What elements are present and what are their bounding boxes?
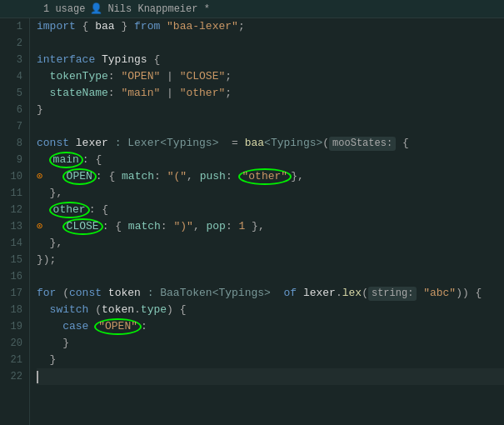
ln-2: 2 (7, 35, 22, 52)
ln-8: 8 (7, 135, 22, 152)
line-22 (37, 368, 504, 385)
line-12: other : { (37, 202, 504, 218)
ln-7: 7 (7, 118, 22, 135)
line-11: }, (37, 185, 504, 202)
param-label-string: string: (368, 287, 417, 301)
code-area[interactable]: 1 2 3 4 5 6 7 8 9 10 11 12 13 14 15 16 1… (0, 18, 504, 425)
line-19: case "OPEN" : (37, 318, 504, 335)
ln-10: 10 (7, 168, 22, 185)
line-numbers: 1 2 3 4 5 6 7 8 9 10 11 12 13 14 15 16 1… (0, 18, 30, 425)
text-cursor (37, 371, 38, 383)
ln-17: 17 (7, 285, 22, 302)
code-content[interactable]: import { baa } from "baa-lexer" ; interf… (30, 18, 504, 425)
line-5: stateName : "main" | "other" ; (37, 85, 504, 102)
ln-11: 11 (7, 185, 22, 202)
ln-22: 22 (7, 368, 22, 385)
ln-12: 12 (7, 202, 22, 218)
usage-user: Nils Knappmeier * (107, 3, 209, 15)
ln-6: 6 (7, 102, 22, 118)
param-label-moostates: mooStates: (329, 137, 396, 151)
ln-20: 20 (7, 335, 22, 352)
ln-1: 1 (7, 18, 22, 35)
line-8: const lexer : Lexer<Typings> = baa <Typi… (37, 135, 504, 152)
usage-bar: 1 usage 👤 Nils Knappmeier * (0, 0, 504, 18)
token-from: from (134, 18, 160, 35)
ln-21: 21 (7, 352, 22, 368)
line-3: interface Typings { (37, 52, 504, 68)
token-open-circle: OPEN (62, 168, 97, 185)
line-13: ⊙ CLOSE : { match : ")" , pop : 1 }, (37, 218, 504, 235)
ln-18: 18 (7, 302, 22, 318)
token-other-circle: other (49, 202, 90, 218)
user-icon: 👤 (90, 2, 102, 15)
ln-9: 9 (7, 152, 22, 168)
line-1: import { baa } from "baa-lexer" ; (37, 18, 504, 35)
line-9: main : { (37, 152, 504, 168)
token-close-circle: CLOSE (62, 218, 103, 235)
code-editor: 1 usage 👤 Nils Knappmeier * 1 2 3 4 5 6 … (0, 0, 504, 425)
token-open-str-circle: "OPEN" (94, 318, 142, 335)
usage-count: 1 usage (43, 3, 85, 15)
line-10: ⊙ OPEN : { match : "(" , push : "other" … (37, 168, 504, 185)
ln-3: 3 (7, 52, 22, 68)
ln-5: 5 (7, 85, 22, 102)
token-other-str-circle: "other" (238, 168, 292, 185)
token-main-circle: main (49, 152, 83, 168)
line-20: } (37, 335, 504, 352)
indicator-13: ⊙ (37, 218, 48, 235)
token-import: import (37, 18, 76, 35)
ln-15: 15 (7, 252, 22, 268)
line-16 (37, 268, 504, 285)
line-4: tokenType : "OPEN" | "CLOSE" ; (37, 68, 504, 85)
ln-14: 14 (7, 235, 22, 252)
line-18: switch ( token . type ) { (37, 302, 504, 318)
ln-13: 13 (7, 218, 22, 235)
line-7 (37, 118, 504, 135)
line-14: }, (37, 235, 504, 252)
ln-19: 19 (7, 318, 22, 335)
indicator-10: ⊙ (37, 168, 48, 185)
ln-16: 16 (7, 268, 22, 285)
line-15: }); (37, 252, 504, 268)
line-17: for ( const token : BaaToken<Typings> of… (37, 285, 504, 302)
line-6: } (37, 102, 504, 118)
line-21: } (37, 352, 504, 368)
ln-4: 4 (7, 68, 22, 85)
line-2 (37, 35, 504, 52)
